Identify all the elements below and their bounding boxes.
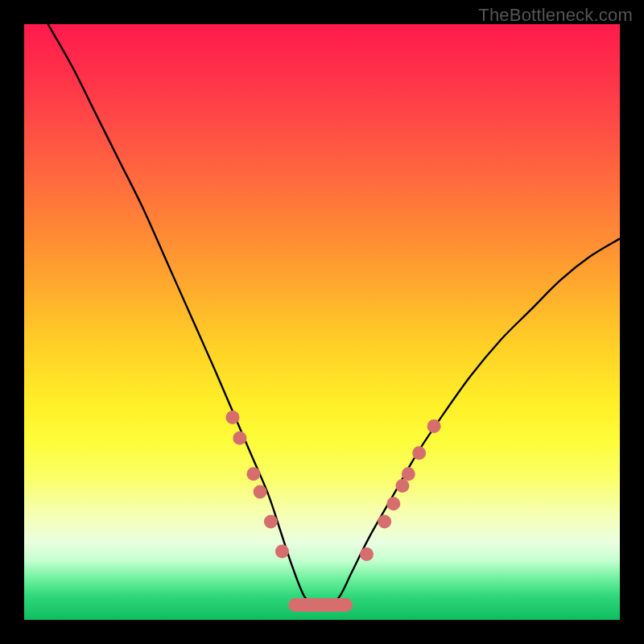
curve-layer <box>24 24 620 620</box>
plot-area <box>24 24 620 620</box>
data-marker <box>275 544 289 558</box>
data-marker <box>226 411 240 424</box>
data-marker <box>412 446 426 460</box>
data-marker-pill <box>288 598 353 612</box>
data-marker <box>264 514 278 528</box>
bottleneck-curve <box>48 24 620 609</box>
data-marker <box>254 485 267 498</box>
data-marker <box>233 431 246 445</box>
data-marker <box>246 467 260 481</box>
data-marker <box>378 514 391 528</box>
markers-left-group <box>226 411 289 559</box>
data-marker <box>395 479 409 493</box>
data-marker <box>427 419 441 433</box>
watermark-text: TheBottleneck.com <box>478 5 633 26</box>
markers-bottom-group <box>288 598 353 612</box>
chart-frame: TheBottleneck.com <box>0 0 644 644</box>
data-marker <box>386 497 400 510</box>
data-marker <box>360 547 374 561</box>
markers-right-group <box>360 419 441 561</box>
data-marker <box>402 467 415 481</box>
